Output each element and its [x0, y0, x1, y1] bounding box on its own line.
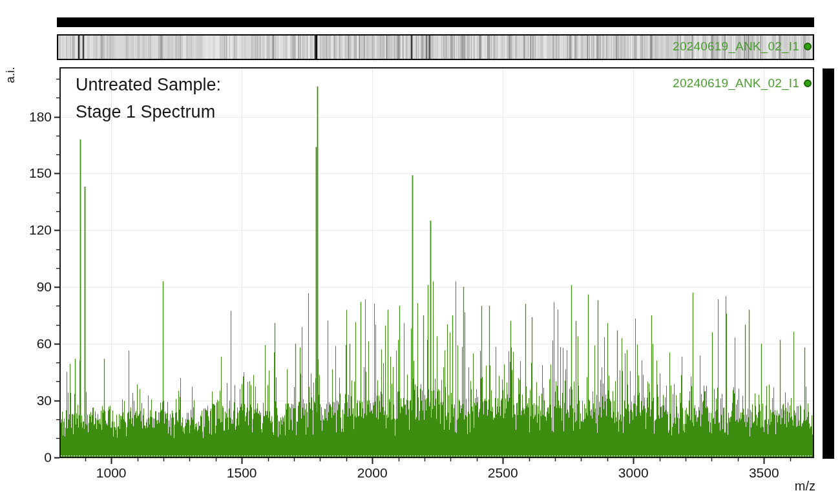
legend-item[interactable]: 20240619_ANK_02_I1 — [607, 76, 812, 90]
annotation-line-1: Untreated Sample: — [76, 71, 221, 98]
y-tick-label: 0 — [19, 450, 52, 465]
y-tick-label: 150 — [19, 165, 52, 181]
x-tick-label: 1500 — [215, 465, 269, 481]
spectrum-plot-area[interactable] — [61, 69, 813, 457]
annotation-line-2: Stage 1 Spectrum — [76, 98, 221, 125]
x-tick-label: 3000 — [606, 465, 660, 481]
x-tick-label: 2000 — [345, 465, 399, 481]
y-tick-label: 60 — [19, 336, 52, 352]
legend-label: 20240619_ANK_02_I1 — [673, 76, 799, 90]
y-tick-label: 90 — [19, 279, 52, 295]
y-axis-label: a.i. — [3, 50, 17, 100]
green-dot-icon — [804, 79, 812, 87]
plot-annotation: Untreated Sample: Stage 1 Spectrum — [76, 71, 221, 125]
y-tick-label: 120 — [19, 222, 52, 238]
x-tick-label: 1000 — [84, 465, 138, 481]
x-axis-label: m/z — [769, 479, 815, 494]
x-tick-label: 3500 — [737, 465, 791, 481]
x-tick-label: 2500 — [476, 465, 530, 481]
y-tick-label: 180 — [19, 109, 52, 125]
y-tick-label: 30 — [19, 393, 52, 408]
spectra-scrollbar[interactable] — [823, 68, 834, 459]
